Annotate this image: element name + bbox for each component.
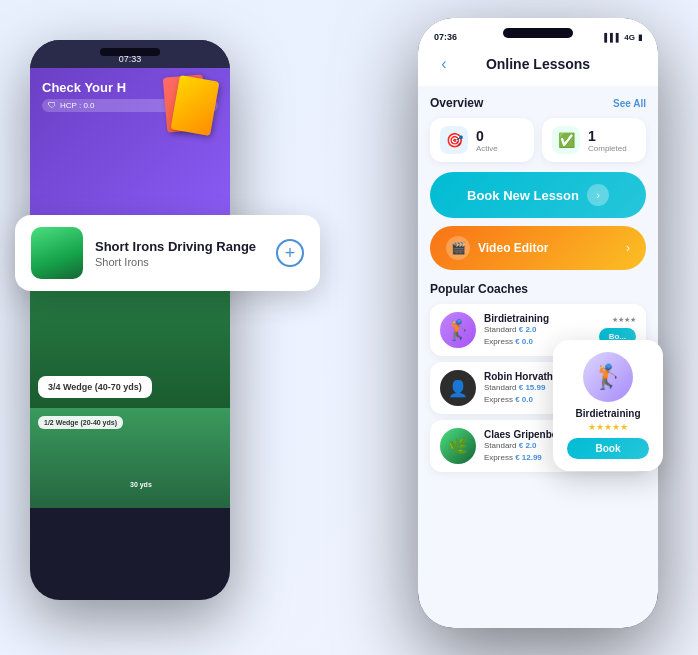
purple-header: Check Your H 🛡 HCP : 0.0 (30, 68, 230, 228)
birdie-tooltip: 🏌️ Birdietraining ★★★★★ Book (553, 340, 663, 471)
front-phone-time: 07:36 (434, 32, 457, 42)
active-label: Active (476, 144, 498, 153)
yard-marker-2: 30 yds (130, 481, 152, 488)
wedge-text-2: 1/2 Wedge (20-40 yds) (44, 419, 117, 426)
birdie-tooltip-name: Birdietraining (567, 408, 649, 419)
birdie-tooltip-book-button[interactable]: Book (567, 438, 649, 459)
signal-bars-icon: ▌▌▌ (604, 33, 621, 42)
course-subtitle: Short Irons (95, 256, 264, 268)
front-phone: 07:36 ▌▌▌ 4G ▮ ‹ Online Lessons Overview… (418, 18, 658, 628)
course-name: Short Irons Driving Range (95, 239, 264, 254)
completed-label: Completed (588, 144, 627, 153)
active-stat-card: 🎯 0 Active (430, 118, 534, 162)
birdie-star-icons: ★★★★ (612, 316, 636, 324)
birdie-tooltip-avatar: 🏌️ (583, 352, 633, 402)
card-img-front (171, 75, 220, 136)
robin-standard-price: € 15.99 (519, 383, 546, 392)
coach-name-birdie: Birdietraining (484, 313, 591, 324)
coach-avatar-claes: 🌿 (440, 428, 476, 464)
book-btn-arrow-icon: › (587, 184, 609, 206)
birdie-express-price: € 0.0 (515, 337, 533, 346)
wedge-label-1: 3/4 Wedge (40-70 yds) (38, 376, 152, 398)
completed-stat-card: ✅ 1 Completed (542, 118, 646, 162)
phone-screen: 07:36 ▌▌▌ 4G ▮ ‹ Online Lessons Overview… (418, 18, 658, 628)
completed-stat-info: 1 Completed (588, 128, 627, 153)
stats-row: 🎯 0 Active ✅ 1 Completed (430, 118, 646, 162)
back-phone: 07:33 Check Your H 🛡 HCP : 0.0 50 yds 3/… (30, 40, 230, 600)
see-all-link[interactable]: See All (613, 98, 646, 109)
course-info: Short Irons Driving Range Short Irons (95, 239, 264, 268)
wedge-text-1: 3/4 Wedge (40-70 yds) (48, 382, 142, 392)
course-thumb-inner (31, 227, 83, 279)
active-icon: 🎯 (440, 126, 468, 154)
battery-icon: ▮ (638, 33, 642, 42)
course-thumbnail (31, 227, 83, 279)
book-lesson-button[interactable]: Book New Lesson › (430, 172, 646, 218)
birdie-standard-price: € 2.0 (519, 325, 537, 334)
book-btn-label: Book New Lesson (467, 188, 579, 203)
birdie-stars: ★★★★ (612, 316, 636, 324)
back-phone-notch (100, 48, 160, 56)
status-icons: ▌▌▌ 4G ▮ (604, 33, 642, 42)
add-course-button[interactable]: + (276, 239, 304, 267)
active-stat-info: 0 Active (476, 128, 498, 153)
overview-label: Overview (430, 96, 483, 110)
completed-icon: ✅ (552, 126, 580, 154)
video-btn-arrow-icon: › (626, 241, 630, 255)
active-count: 0 (476, 128, 498, 144)
hcp-value: HCP : 0.0 (60, 101, 95, 110)
video-btn-label: Video Editor (478, 241, 618, 255)
coach-avatar-birdie: 🏌️ (440, 312, 476, 348)
robin-express-price: € 0.0 (515, 395, 533, 404)
floating-course-card[interactable]: Short Irons Driving Range Short Irons + (15, 215, 320, 291)
coach-avatar-robin: 👤 (440, 370, 476, 406)
popular-coaches-title: Popular Coaches (430, 282, 646, 296)
course-green-2: 30 yds 1/2 Wedge (20-40 yds) (30, 408, 230, 508)
network-label: 4G (624, 33, 635, 42)
overview-header: Overview See All (430, 96, 646, 110)
claes-express-price: € 12.99 (515, 453, 542, 462)
top-nav: ‹ Online Lessons (418, 46, 658, 86)
claes-standard-price: € 2.0 (519, 441, 537, 450)
video-editor-button[interactable]: 🎬 Video Editor › (430, 226, 646, 270)
video-icon: 🎬 (446, 236, 470, 260)
wedge-label-2: 1/2 Wedge (20-40 yds) (38, 416, 123, 429)
birdie-tooltip-stars: ★★★★★ (567, 422, 649, 432)
shield-icon: 🛡 (48, 101, 56, 110)
page-title: Online Lessons (464, 56, 612, 72)
completed-count: 1 (588, 128, 627, 144)
front-phone-notch (503, 28, 573, 38)
back-button[interactable]: ‹ (432, 52, 456, 76)
